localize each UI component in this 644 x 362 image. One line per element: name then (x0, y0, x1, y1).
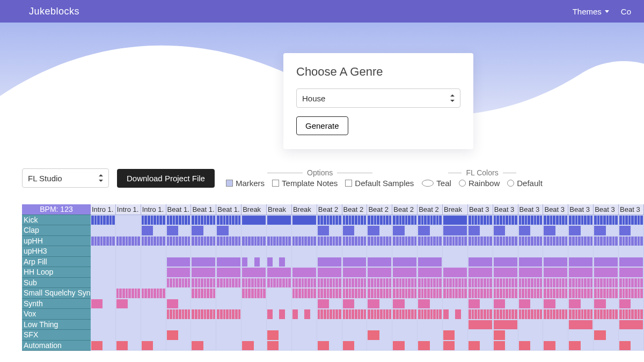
section-header[interactable]: Beat 2 (392, 204, 418, 215)
color-default[interactable]: Default (507, 179, 543, 188)
grid-cell[interactable] (543, 246, 568, 257)
section-header[interactable]: Intro 1. (116, 204, 141, 215)
grid-cell[interactable] (392, 236, 418, 247)
grid-cell[interactable] (317, 288, 342, 299)
grid-cell[interactable] (468, 330, 493, 341)
grid-cell[interactable] (342, 341, 368, 351)
grid-cell[interactable] (191, 299, 216, 309)
grid-cell[interactable] (468, 299, 493, 309)
grid-cell[interactable] (619, 267, 644, 278)
grid-cell[interactable] (619, 309, 644, 320)
grid-cell[interactable] (543, 257, 568, 268)
grid-cell[interactable] (141, 257, 166, 268)
track-label[interactable]: upHH (22, 236, 91, 247)
grid-cell[interactable] (619, 278, 644, 289)
track-label[interactable]: Small Squelchy Syn (22, 288, 91, 299)
grid-cell[interactable] (166, 288, 192, 299)
grid-cell[interactable] (191, 288, 216, 299)
grid-cell[interactable] (166, 320, 192, 330)
grid-cell[interactable] (342, 215, 368, 226)
grid-cell[interactable] (518, 215, 544, 226)
grid-cell[interactable] (518, 330, 544, 341)
grid-cell[interactable] (619, 330, 644, 341)
grid-cell[interactable] (116, 225, 141, 236)
grid-cell[interactable] (267, 225, 292, 236)
generate-button[interactable]: Generate (296, 116, 348, 135)
grid-cell[interactable] (418, 225, 443, 236)
grid-cell[interactable] (241, 267, 267, 278)
grid-cell[interactable] (619, 299, 644, 309)
grid-cell[interactable] (418, 309, 443, 320)
grid-cell[interactable] (317, 341, 342, 351)
grid-cell[interactable] (367, 215, 392, 226)
grid-cell[interactable] (493, 288, 518, 299)
grid-cell[interactable] (543, 267, 568, 278)
section-header[interactable]: Beat 1. (191, 204, 216, 215)
grid-cell[interactable] (594, 288, 619, 299)
grid-cell[interactable] (91, 288, 116, 299)
track-label[interactable]: upHH3 (22, 246, 91, 257)
grid-cell[interactable] (91, 225, 116, 236)
grid-cell[interactable] (191, 257, 216, 268)
grid-cell[interactable] (116, 341, 141, 351)
grid-cell[interactable] (241, 299, 267, 309)
grid-cell[interactable] (191, 278, 216, 289)
track-label[interactable]: Clap (22, 225, 91, 236)
grid-cell[interactable] (392, 225, 418, 236)
grid-cell[interactable] (292, 309, 317, 320)
grid-cell[interactable] (267, 320, 292, 330)
grid-cell[interactable] (493, 246, 518, 257)
grid-cell[interactable] (141, 341, 166, 351)
grid-cell[interactable] (166, 309, 192, 320)
grid-cell[interactable] (568, 299, 594, 309)
grid-cell[interactable] (392, 299, 418, 309)
grid-cell[interactable] (91, 299, 116, 309)
grid-cell[interactable] (392, 288, 418, 299)
grid-cell[interactable] (367, 267, 392, 278)
grid-cell[interactable] (241, 330, 267, 341)
grid-cell[interactable] (317, 330, 342, 341)
grid-cell[interactable] (443, 320, 468, 330)
grid-cell[interactable] (518, 236, 544, 247)
grid-cell[interactable] (568, 215, 594, 226)
grid-cell[interactable] (216, 246, 241, 257)
grid-cell[interactable] (418, 246, 443, 257)
grid-cell[interactable] (166, 215, 192, 226)
track-label[interactable]: Kick (22, 215, 91, 226)
section-header[interactable]: Break (443, 204, 468, 215)
track-label[interactable]: Vox (22, 309, 91, 320)
grid-cell[interactable] (292, 341, 317, 351)
grid-cell[interactable] (518, 267, 544, 278)
grid-cell[interactable] (543, 225, 568, 236)
grid-cell[interactable] (367, 246, 392, 257)
grid-cell[interactable] (543, 236, 568, 247)
grid-cell[interactable] (241, 309, 267, 320)
grid-cell[interactable] (342, 309, 368, 320)
grid-cell[interactable] (493, 225, 518, 236)
section-header[interactable]: Break (267, 204, 292, 215)
grid-cell[interactable] (392, 309, 418, 320)
grid-cell[interactable] (543, 341, 568, 351)
grid-cell[interactable] (468, 215, 493, 226)
grid-cell[interactable] (518, 309, 544, 320)
grid-cell[interactable] (493, 299, 518, 309)
grid-cell[interactable] (267, 215, 292, 226)
grid-cell[interactable] (367, 320, 392, 330)
grid-cell[interactable] (241, 236, 267, 247)
grid-cell[interactable] (568, 309, 594, 320)
grid-cell[interactable] (619, 257, 644, 268)
grid-cell[interactable] (267, 246, 292, 257)
grid-cell[interactable] (292, 299, 317, 309)
option-default-samples[interactable]: Default Samples (345, 179, 414, 188)
grid-cell[interactable] (518, 225, 544, 236)
grid-cell[interactable] (141, 236, 166, 247)
grid-cell[interactable] (241, 215, 267, 226)
grid-cell[interactable] (518, 278, 544, 289)
grid-cell[interactable] (216, 278, 241, 289)
grid-cell[interactable] (317, 267, 342, 278)
section-header[interactable]: Intro 1. (91, 204, 116, 215)
grid-cell[interactable] (91, 267, 116, 278)
grid-cell[interactable] (392, 341, 418, 351)
track-label[interactable]: Automation (22, 341, 91, 351)
grid-cell[interactable] (191, 236, 216, 247)
